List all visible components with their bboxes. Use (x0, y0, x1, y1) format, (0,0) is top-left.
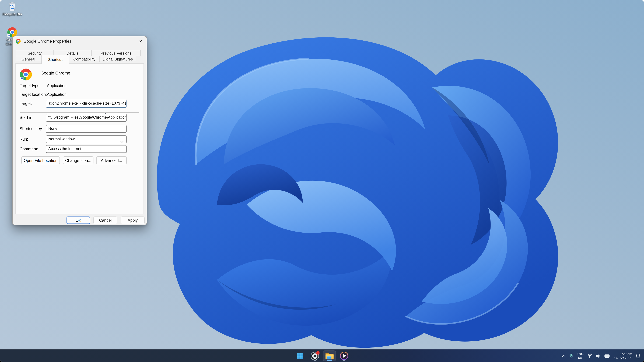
run-dropdown[interactable]: Normal window (46, 135, 127, 143)
clock-date: 14 Oct 2025 (614, 356, 632, 360)
battery-icon[interactable] (604, 354, 610, 358)
comment-label: Comment: (20, 147, 38, 151)
start-in-label: Start in: (20, 115, 34, 120)
apply-button[interactable]: Apply (121, 217, 144, 224)
windows-desktop: Recycle Bin Google Chrome (0, 0, 644, 362)
tab-shortcut[interactable]: Shortcut (41, 55, 69, 64)
running-indicator (343, 360, 345, 361)
media-player-icon (339, 351, 349, 361)
shortcut-tab-page: Google Chrome Target type: Application T… (16, 63, 144, 214)
target-location-value: Application (47, 92, 67, 96)
volume-icon[interactable] (596, 354, 601, 358)
tab-compatibility[interactable]: Compatibility (70, 56, 99, 62)
language-indicator[interactable]: ENG US (576, 352, 584, 359)
stage: Recycle Bin Google Chrome (0, 0, 644, 362)
shortcut-key-input[interactable]: None (46, 125, 127, 133)
run-dropdown-value: Normal window (48, 137, 74, 141)
microphone-icon[interactable] (569, 353, 573, 359)
tab-previous-versions[interactable]: Previous Versions (91, 50, 141, 56)
recording-badge (316, 351, 320, 355)
app-name: Google Chrome (40, 71, 70, 75)
target-input[interactable]: ation\chrome.exe" --disk-cache-size=1073… (46, 100, 127, 108)
recycle-bin-label: Recycle Bin (2, 12, 22, 16)
wifi-icon[interactable] (587, 354, 592, 358)
comment-input[interactable]: Access the Internet (46, 145, 127, 153)
system-tray: ENG US (562, 350, 640, 362)
language-line1: ENG (576, 352, 584, 356)
language-line2: US (578, 356, 582, 359)
close-icon[interactable]: × (135, 36, 147, 46)
running-indicator (314, 360, 316, 361)
notification-bell-icon[interactable] (636, 353, 640, 359)
media-player-button[interactable] (338, 351, 350, 361)
file-explorer-button[interactable] (323, 351, 336, 361)
chrome-icon (20, 68, 32, 80)
run-label: Run: (20, 137, 28, 141)
obs-studio-button[interactable] (308, 351, 321, 361)
chrome-icon (7, 27, 17, 37)
taskbar: ENG US (0, 350, 644, 362)
start-button[interactable] (294, 351, 306, 361)
advanced-button[interactable]: Advanced... (96, 156, 127, 164)
windows-logo-icon (297, 353, 303, 359)
dialog-titlebar[interactable]: Google Chrome Properties × (12, 36, 147, 46)
file-explorer-icon (325, 352, 334, 360)
google-chrome-properties-dialog: Google Chrome Properties × Security Deta… (12, 36, 147, 225)
separator (20, 112, 139, 113)
dialog-title: Google Chrome Properties (24, 39, 72, 43)
cancel-button[interactable]: Cancel (94, 217, 117, 224)
tab-general[interactable]: General (16, 56, 41, 62)
recycle-bin-icon (7, 2, 17, 11)
tab-row-1: Security Details Previous Versions (16, 50, 141, 56)
shortcut-key-label: Shortcut key: (20, 127, 43, 131)
change-icon-button[interactable]: Change Icon... (63, 156, 94, 164)
start-in-input[interactable]: "C:\Program Files\Google\Chrome\Applicat… (46, 114, 127, 122)
chrome-icon (16, 39, 21, 43)
target-type-label: Target type: (20, 84, 40, 88)
open-file-location-button[interactable]: Open File Location (21, 156, 60, 164)
tab-digital-signatures[interactable]: Digital Signatures (100, 56, 136, 62)
desktop-icon-recycle-bin[interactable]: Recycle Bin (2, 2, 22, 16)
clock[interactable]: 1:29 am 14 Oct 2025 (614, 352, 632, 360)
target-location-label: Target location: (20, 92, 47, 96)
clock-time: 1:29 am (620, 352, 632, 356)
target-label: Target: (20, 101, 32, 106)
chevron-down-icon (120, 138, 124, 143)
obs-studio-icon (310, 351, 320, 361)
tab-row-2: General Shortcut Compatibility Digital S… (16, 56, 136, 64)
target-type-value: Application (47, 84, 67, 88)
active-indicator (327, 360, 332, 361)
ok-button[interactable]: OK (66, 217, 90, 224)
taskbar-center-icons (294, 350, 350, 362)
separator (20, 81, 139, 81)
tray-overflow-chevron-icon[interactable] (562, 355, 566, 357)
